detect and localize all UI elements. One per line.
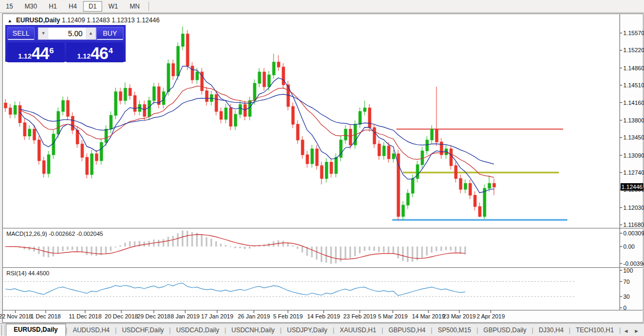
- tab-usdcnh-daily[interactable]: USDCNH,Daily: [226, 325, 280, 336]
- chart-ohlc-values: 1.12409 1.12483 1.12313 1.12446: [62, 17, 160, 24]
- macd-axis-tick: 0.00: [623, 243, 634, 250]
- rsi-axis-tick: 0: [623, 305, 626, 311]
- tab-gbpusd-h4[interactable]: GBPUSD,H4: [383, 325, 431, 336]
- price-axis-tick: 1.14860: [623, 65, 644, 71]
- buy-price-pips: 46: [90, 46, 108, 61]
- tab-sp500-m15[interactable]: SP500,M15: [432, 325, 476, 336]
- buy-price-box[interactable]: 1.12464: [67, 43, 123, 62]
- date-axis-label: 5 Mar 2019: [378, 313, 408, 319]
- buy-button[interactable]: BUY: [96, 27, 123, 40]
- tabbar-grip[interactable]: [1, 325, 5, 335]
- tab-usdchf-daily[interactable]: USDCHF,Daily: [117, 325, 169, 336]
- date-axis-label: 14 Feb 2019: [307, 313, 340, 319]
- date-axis-label: 23 Feb 2019: [343, 313, 376, 319]
- price-axis-tick: 1.15570: [623, 30, 644, 36]
- timeframe-button-h1[interactable]: H1: [44, 1, 62, 12]
- rsi-axis-tick: 100: [623, 267, 633, 274]
- price-axis-tick: 1.14510: [623, 82, 644, 88]
- date-axis-label: 1 Dec 2018: [31, 313, 61, 319]
- volume-increase-icon[interactable]: ▲: [86, 28, 96, 39]
- timeframe-button-15[interactable]: 15: [1, 1, 18, 12]
- date-axis-label: 2 Apr 2019: [476, 313, 505, 319]
- price-axis-tick: 1.15220: [623, 47, 644, 53]
- date-axis-label: 14 Mar 2019: [412, 313, 445, 319]
- price-axis-tick: 1.11680: [623, 222, 644, 228]
- timeframe-button-w1[interactable]: W1: [103, 1, 123, 12]
- tab-tech100-h1[interactable]: TECH100,H1: [571, 325, 619, 336]
- macd-main-value: -0.002662: [48, 231, 75, 237]
- timeframe-button-d1[interactable]: D1: [83, 1, 102, 12]
- volume-spinner: ▼ ▲: [38, 27, 96, 40]
- chart-title: ▲ EURUSD,Daily 1.12409 1.12483 1.12313 1…: [7, 17, 160, 24]
- rsi-name: RSI(14): [6, 270, 27, 276]
- current-price-tag: 1.12446: [621, 183, 643, 191]
- trading-terminal: 15M30H1H4D1W1MN ▲ EURUSD,Daily 1.12409 1…: [0, 0, 644, 336]
- timeframe-toolbar: 15M30H1H4D1W1MN: [0, 0, 644, 13]
- macd-signal-value: -0.002045: [77, 231, 103, 237]
- toolbar-separator: [148, 2, 149, 11]
- price-axis-tick: 1.13800: [623, 117, 644, 124]
- price-axis-tick: 1.13450: [623, 134, 644, 141]
- macd-label: MACD(12,26,9) -0.002662 -0.002045: [6, 231, 103, 237]
- macd-name: MACD(12,26,9): [6, 231, 47, 237]
- price-axis-tick: 1.13090: [623, 152, 644, 159]
- sell-price-point: 6: [49, 46, 54, 55]
- tabs-scroll-left-icon[interactable]: ◄: [621, 326, 631, 336]
- rsi-pane[interactable]: [3, 268, 620, 310]
- date-axis-label: 20 Dec 2018: [105, 313, 138, 319]
- tab-xauusd-h1[interactable]: XAUUSD,H1: [334, 325, 382, 336]
- rsi-label: RSI(14) 44.4500: [6, 270, 49, 276]
- date-axis-label: 11 Dec 2018: [69, 313, 102, 319]
- symbol-tabbar: EURUSD,Daily|AUDUSD,H4|USDCHF,Daily|USDC…: [0, 323, 644, 336]
- rsi-axis-tick: 70: [623, 278, 630, 285]
- timeframe-button-h4[interactable]: H4: [63, 1, 82, 12]
- date-axis-label: 29 Dec 2018: [137, 313, 170, 319]
- sell-button[interactable]: SELL: [7, 27, 35, 40]
- price-axis-tick: 1.14160: [623, 100, 644, 106]
- sell-price-box[interactable]: 1.12446: [7, 43, 64, 62]
- tabs-scroll-right-icon[interactable]: ►: [631, 326, 642, 336]
- macd-axis-tick: -0.003947: [623, 260, 644, 267]
- one-click-trade-panel: SELL ▼ ▲ BUY 1.12446 1.12464: [5, 25, 126, 62]
- date-axis-label: 17 Jan 2019: [201, 313, 234, 319]
- sell-price-base: 1.12: [18, 52, 31, 60]
- buy-price-point: 4: [109, 46, 113, 55]
- sell-price-pips: 44: [31, 46, 48, 61]
- tab-audusd-h4[interactable]: AUDUSD,H4: [68, 325, 115, 336]
- buy-price-base: 1.12: [77, 52, 90, 60]
- date-axis-label: 8 Jan 2019: [171, 313, 200, 319]
- price-axis-tick: 1.12030: [623, 204, 644, 211]
- tab-usdjpy-daily[interactable]: USDJPY,Daily: [282, 325, 333, 336]
- date-axis-label: 23 Mar 2019: [443, 313, 476, 319]
- collapse-triangle-icon[interactable]: ▲: [7, 18, 12, 23]
- chart-symbol: EURUSD,Daily: [16, 17, 60, 24]
- date-axis-label: 22 Nov 2018: [0, 313, 32, 319]
- axis-divider: [620, 14, 620, 310]
- tab-eurusd-daily[interactable]: EURUSD,Daily: [6, 324, 66, 336]
- tab-usdcad-daily[interactable]: USDCAD,Daily: [171, 325, 225, 336]
- tab-dj30-h4[interactable]: DJ30,H4: [533, 325, 569, 336]
- volume-decrease-icon[interactable]: ▼: [38, 28, 48, 39]
- date-axis-label: 5 Feb 2019: [273, 313, 303, 319]
- date-axis-label: 26 Jan 2019: [238, 313, 270, 319]
- volume-input[interactable]: [48, 28, 86, 39]
- timeframe-button-m30[interactable]: M30: [19, 1, 42, 12]
- rsi-axis-tick: 30: [623, 293, 630, 300]
- tab-gbpusd-daily[interactable]: GBPUSD,Daily: [478, 325, 532, 336]
- macd-axis-tick: 0.003095: [623, 230, 644, 236]
- rsi-value: 44.4500: [28, 270, 49, 276]
- price-axis-tick: 1.12740: [623, 169, 644, 176]
- timeframe-button-mn[interactable]: MN: [125, 1, 145, 12]
